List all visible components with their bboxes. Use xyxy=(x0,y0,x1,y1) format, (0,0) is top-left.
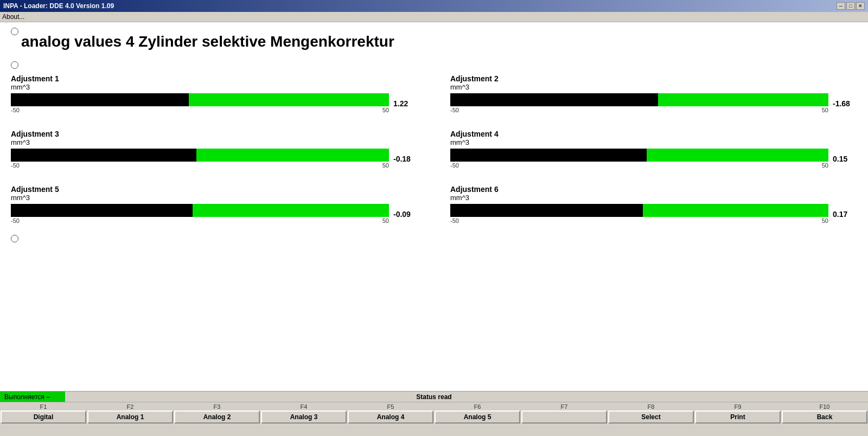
gauge-adj4-unit: mm^3 xyxy=(450,138,857,146)
gauge-adj4-bar xyxy=(450,149,828,162)
title-bar: INPA - Loader: DDE 4.0 Version 1.09 ─ □ … xyxy=(0,0,868,12)
fn-f3-button[interactable]: Analog 2 xyxy=(174,411,260,424)
gauge-adj2-green xyxy=(658,93,828,106)
fn-keys-bar: F1 Digital F2 Analog 1 F3 Analog 2 F4 An… xyxy=(0,402,868,425)
gauge-adj2-label: Adjustment 2 xyxy=(450,74,857,83)
status-bar: Выполняется – Status read xyxy=(0,391,868,402)
gauge-adj1-bar-wrapper: -50 50 xyxy=(11,93,389,113)
main-content: analog values 4 Zylinder selektive Menge… xyxy=(0,22,868,391)
gauge-adj1-label: Adjustment 1 xyxy=(11,74,418,83)
gauge-adj3-black xyxy=(11,149,196,162)
gauge-adj6-bar-container: -50 50 0.17 xyxy=(450,204,857,224)
fn-key-f5: F5 Analog 4 xyxy=(347,402,434,425)
gauge-adj4-scale: -50 50 xyxy=(450,162,828,169)
gauge-adj6-green xyxy=(643,204,828,217)
maximize-button[interactable]: □ xyxy=(846,2,855,10)
page-title: analog values 4 Zylinder selektive Menge… xyxy=(21,33,394,50)
gauge-adj6-bar-wrapper: -50 50 xyxy=(450,204,828,224)
gauge-adj3-bar-container: -50 50 -0.18 xyxy=(11,149,418,169)
gauge-adj4-bar-container: -50 50 0.15 xyxy=(450,149,857,169)
gauge-adj1-value: 1.22 xyxy=(393,99,418,108)
fn-f5-button[interactable]: Analog 4 xyxy=(348,411,433,424)
gauge-adj1-bar-container: -50 50 1.22 xyxy=(11,93,418,113)
gauge-adj1-scale: -50 50 xyxy=(11,107,389,113)
gauge-adj2-bar xyxy=(450,93,828,106)
fn-key-f7: F7 xyxy=(521,402,608,425)
fn-f10-button[interactable]: Back xyxy=(782,411,867,424)
fn-f8-label: F8 xyxy=(648,403,655,410)
fn-key-f8: F8 Select xyxy=(608,402,694,425)
fn-f6-label: F6 xyxy=(474,403,481,410)
gauge-adj6-value: 0.17 xyxy=(833,210,857,219)
fn-f10-label: F10 xyxy=(820,403,830,410)
status-read-text: Status read xyxy=(416,393,451,401)
close-button[interactable]: ✕ xyxy=(856,2,865,10)
gauge-adj6: Adjustment 6 mm^3 -50 50 0.17 xyxy=(450,185,857,224)
fn-f3-label: F3 xyxy=(214,403,221,410)
minimize-button[interactable]: ─ xyxy=(837,2,845,10)
gauge-adj3-bar xyxy=(11,149,389,162)
gauge-adj5-green xyxy=(193,204,389,217)
gauge-adj6-unit: mm^3 xyxy=(450,194,857,202)
gauge-adj1-unit: mm^3 xyxy=(11,83,418,91)
fn-f4-label: F4 xyxy=(301,403,308,410)
window-controls: ─ □ ✕ xyxy=(837,2,865,10)
fn-f5-label: F5 xyxy=(387,403,394,410)
gauge-adj5-scale: -50 50 xyxy=(11,217,389,224)
menu-bar: About... xyxy=(0,12,868,22)
gauge-adj3-scale: -50 50 xyxy=(11,162,389,169)
window-title: INPA - Loader: DDE 4.0 Version 1.09 xyxy=(3,2,114,10)
fn-f2-label: F2 xyxy=(127,403,134,410)
gauge-adj4-label: Adjustment 4 xyxy=(450,130,857,138)
fn-key-f4: F4 Analog 3 xyxy=(260,402,347,425)
about-menu[interactable]: About... xyxy=(2,13,24,21)
gauge-adj6-label: Adjustment 6 xyxy=(450,185,857,194)
fn-f9-button[interactable]: Print xyxy=(695,411,781,424)
gauge-adj5-value: -0.09 xyxy=(393,210,418,219)
gauge-adj5-bar-container: -50 50 -0.09 xyxy=(11,204,418,224)
radio-row-3 xyxy=(11,235,857,242)
fn-f7-label: F7 xyxy=(561,403,568,410)
fn-key-f10: F10 Back xyxy=(781,402,868,425)
fn-f8-button[interactable]: Select xyxy=(608,411,694,424)
gauge-adj1: Adjustment 1 mm^3 -50 50 1.22 xyxy=(11,74,418,113)
gauge-adj5-black xyxy=(11,204,193,217)
radio-2[interactable] xyxy=(11,61,18,69)
radio-top[interactable] xyxy=(11,28,18,35)
gauge-adj3-unit: mm^3 xyxy=(11,138,418,146)
gauge-adj1-green xyxy=(189,93,389,106)
fn-key-f2: F2 Analog 1 xyxy=(87,402,174,425)
gauge-adj4-green xyxy=(647,149,828,162)
fn-f1-label: F1 xyxy=(40,403,47,410)
gauge-adj4-value: 0.15 xyxy=(833,155,857,163)
fn-f6-button[interactable]: Analog 5 xyxy=(435,411,520,424)
gauge-adj2-scale: -50 50 xyxy=(450,107,828,113)
radio-row-2 xyxy=(11,61,857,69)
gauge-adj6-scale: -50 50 xyxy=(450,217,828,224)
fn-key-f1: F1 Digital xyxy=(0,402,87,425)
gauge-adj3-bar-wrapper: -50 50 xyxy=(11,149,389,169)
fn-f1-button[interactable]: Digital xyxy=(1,411,86,424)
gauge-adj1-black xyxy=(11,93,189,106)
gauge-adj5-unit: mm^3 xyxy=(11,194,418,202)
gauge-adj2-bar-container: -50 50 -1.68 xyxy=(450,93,857,113)
gauge-adj2-value: -1.68 xyxy=(833,99,857,108)
gauge-adj6-black xyxy=(450,204,643,217)
fn-f4-button[interactable]: Analog 3 xyxy=(261,411,347,424)
gauge-adj1-bar xyxy=(11,93,389,106)
gauge-adj6-bar xyxy=(450,204,828,217)
gauge-adj3-green xyxy=(196,149,389,162)
executing-status: Выполняется – xyxy=(0,392,65,402)
gauge-adj3-value: -0.18 xyxy=(393,155,418,163)
gauge-adj5-bar xyxy=(11,204,389,217)
gauge-adj5-bar-wrapper: -50 50 xyxy=(11,204,389,224)
fn-f2-button[interactable]: Analog 1 xyxy=(87,411,173,424)
gauge-adj3: Adjustment 3 mm^3 -50 50 -0.18 xyxy=(11,130,418,169)
gauge-adj4-bar-wrapper: -50 50 xyxy=(450,149,828,169)
fn-key-f9: F9 Print xyxy=(694,402,781,425)
fn-f7-button[interactable] xyxy=(521,411,607,424)
radio-3[interactable] xyxy=(11,235,18,242)
gauge-adj2-bar-wrapper: -50 50 xyxy=(450,93,828,113)
gauge-adj2-black xyxy=(450,93,658,106)
fn-key-f6: F6 Analog 5 xyxy=(434,402,521,425)
